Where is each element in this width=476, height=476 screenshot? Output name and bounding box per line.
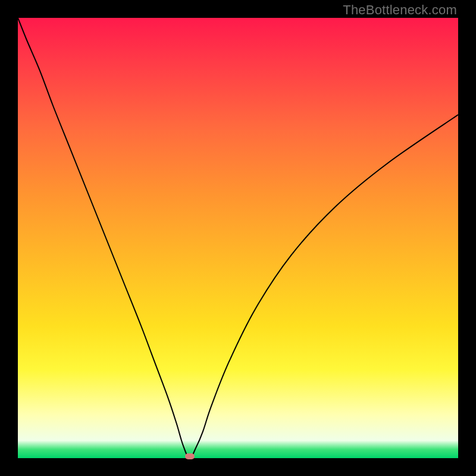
minimum-marker: [185, 453, 195, 459]
bottleneck-curve: [18, 18, 458, 458]
curve-svg: [18, 18, 458, 458]
plot-area: [18, 18, 458, 458]
watermark-text: TheBottleneck.com: [343, 2, 457, 18]
chart-frame: TheBottleneck.com: [0, 0, 476, 476]
